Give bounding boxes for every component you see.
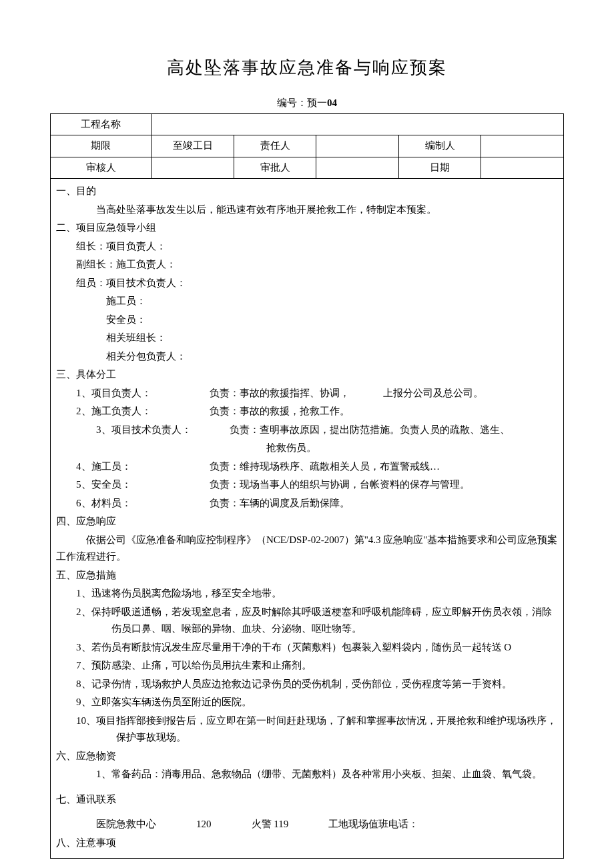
section-6-text: 1、常备药品：消毒用品、急救物品（绷带、无菌敷料）及各种常用小夹板、担架、止血袋…	[56, 766, 558, 783]
team-member-construction: 施工员：	[56, 293, 558, 310]
team-member-group-leader: 相关班组长：	[56, 330, 558, 347]
section-5-heading: 五、应急措施	[56, 567, 558, 584]
cell-period-label: 期限	[51, 135, 151, 157]
duty-5-desc: 负责：现场当事人的组织与协调，台帐资料的保存与管理。	[210, 476, 558, 494]
measure-10: 10、项目指挥部接到报告后，应立即在第一时间赶赴现场，了解和掌握事故情况，开展抢…	[76, 713, 558, 747]
duty-6-desc: 负责：车辆的调度及后勤保障。	[210, 495, 558, 512]
cell-reviewer-label: 审核人	[51, 157, 151, 179]
cell-period-value: 至竣工日	[151, 135, 234, 157]
section-8-heading: 八、注意事项	[56, 835, 558, 852]
measure-8: 8、记录伤情，现场救护人员应边抢救边记录伤员的受伤机制，受伤部位，受伤程度等第一…	[56, 676, 558, 693]
duty-1-extra: 上报分公司及总公司。	[383, 385, 483, 402]
measure-7: 7、预防感染、止痛，可以给伤员用抗生素和止痛剂。	[56, 657, 558, 675]
section-1-heading: 一、目的	[56, 183, 558, 200]
team-member-tech: 组员：项目技术负责人：	[56, 275, 558, 292]
section-3-heading: 三、具体分工	[56, 366, 558, 384]
table-row: 审核人 审批人 日期	[51, 157, 564, 179]
document-number: 编号：预一04	[50, 95, 564, 112]
team-member-safety: 安全员：	[56, 312, 558, 329]
measure-3: 3、若伤员有断肢情况发生应尽量用干净的干布（灭菌敷料）包裹装入塑料袋内，随伤员一…	[56, 639, 558, 657]
duty-4-desc: 负责：维持现场秩序、疏散相关人员，布置警戒线…	[210, 458, 558, 476]
measure-1: 1、迅速将伤员脱离危险场地，移至安全地带。	[56, 585, 558, 602]
contact-row: 医院急救中心 120 火警 119 工地现场值班电话：	[56, 816, 558, 833]
contact-hospital-label: 医院急救中心	[96, 816, 156, 833]
duty-row-2: 2、施工负责人： 负责：事故的救援，抢救工作。	[56, 403, 558, 420]
document-title: 高处坠落事故应急准备与响应预案	[50, 53, 564, 83]
cell-date-value	[481, 157, 564, 179]
duty-3-role: 3、项目技术负责人：	[96, 422, 230, 439]
duty-1-role: 1、项目负责人：	[76, 385, 210, 402]
cell-project-name-value	[151, 113, 564, 135]
duty-row-1: 1、项目负责人： 负责：事故的救援指挥、协调， 上报分公司及总公司。	[56, 385, 558, 402]
section-1-text: 当高处坠落事故发生以后，能迅速有效有序地开展抢救工作，特制定本预案。	[56, 201, 558, 219]
cell-date-label: 日期	[398, 157, 481, 179]
contact-fire: 火警 119	[252, 816, 289, 833]
team-deputy: 副组长：施工负责人：	[56, 256, 558, 274]
cell-approver-value	[316, 157, 399, 179]
duty-6-role: 6、材料员：	[76, 495, 210, 512]
contact-site-phone: 工地现场值班电话：	[328, 816, 418, 833]
cell-responsible-label: 责任人	[234, 135, 316, 157]
duty-3-desc: 负责：查明事故原因，提出防范措施。负责人员的疏散、逃生、	[230, 422, 558, 439]
duty-row-4: 4、施工员： 负责：维持现场秩序、疏散相关人员，布置警戒线…	[56, 458, 558, 476]
duty-row-6: 6、材料员： 负责：车辆的调度及后勤保障。	[56, 495, 558, 512]
cell-project-name-label: 工程名称	[51, 113, 151, 135]
duty-3-cont: 抢救伤员。	[56, 440, 558, 457]
header-table: 工程名称 期限 至竣工日 责任人 编制人 审核人 审批人 日期	[50, 113, 564, 179]
table-row: 期限 至竣工日 责任人 编制人	[51, 135, 564, 157]
cell-reviewer-value	[151, 157, 234, 179]
team-leader: 组长：项目负责人：	[56, 238, 558, 256]
cell-approver-label: 审批人	[234, 157, 316, 179]
cell-responsible-value	[316, 135, 399, 157]
team-member-subcontractor: 相关分包负责人：	[56, 348, 558, 366]
duty-1-desc: 负责：事故的救援指挥、协调，	[210, 385, 383, 402]
duty-2-role: 2、施工负责人：	[76, 403, 210, 420]
cell-preparer-label: 编制人	[398, 135, 481, 157]
measure-2: 2、保持呼吸道通畅，若发现窒息者，应及时解除其呼吸道梗塞和呼吸机能障碍，应立即解…	[76, 604, 558, 638]
cell-preparer-value	[481, 135, 564, 157]
section-2-heading: 二、项目应急领导小组	[56, 220, 558, 237]
table-row: 工程名称	[51, 113, 564, 135]
measure-9: 9、立即落实车辆送伤员至附近的医院。	[56, 694, 558, 711]
doc-number-value: 04	[327, 97, 337, 108]
contact-hospital-number: 120	[196, 816, 212, 833]
section-6-heading: 六、应急物资	[56, 748, 558, 765]
section-4-text: 依据公司《应急准备和响应控制程序》（NCE/DSP-02-2007）第"4.3 …	[56, 532, 558, 566]
duty-row-3: 3、项目技术负责人： 负责：查明事故原因，提出防范措施。负责人员的疏散、逃生、	[56, 422, 558, 439]
duty-4-role: 4、施工员：	[76, 458, 210, 476]
section-4-heading: 四、应急响应	[56, 513, 558, 530]
duty-row-5: 5、安全员： 负责：现场当事人的组织与协调，台帐资料的保存与管理。	[56, 476, 558, 494]
doc-number-label: 编号：预一	[277, 97, 327, 108]
duty-2-desc: 负责：事故的救援，抢救工作。	[210, 403, 558, 420]
section-7-heading: 七、通讯联系	[56, 791, 558, 809]
duty-5-role: 5、安全员：	[76, 476, 210, 494]
content-body: 一、目的 当高处坠落事故发生以后，能迅速有效有序地开展抢救工作，特制定本预案。 …	[50, 179, 564, 859]
